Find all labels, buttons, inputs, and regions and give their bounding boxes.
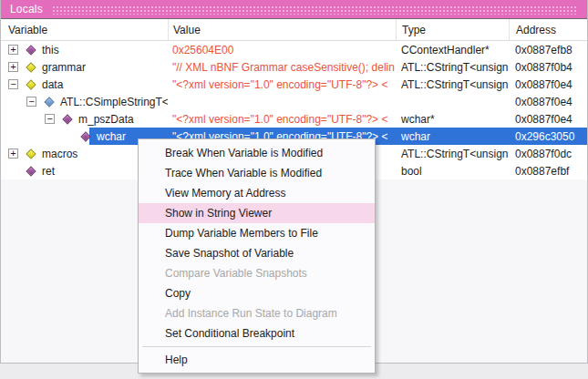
variable-name: data: [42, 78, 63, 91]
variable-address: 0x0887f0e4: [509, 76, 587, 93]
variable-diamond-icon: [26, 79, 36, 89]
column-header-address: Address: [509, 19, 587, 40]
expand-plus-icon[interactable]: +: [8, 149, 18, 159]
column-header-variable: Variable: [1, 19, 168, 40]
menu-item-show-in-string-viewer[interactable]: Show in String Viewer: [139, 203, 375, 223]
variable-name: m_pszData: [78, 113, 134, 126]
variable-address: 0x0887f0dc: [509, 145, 587, 162]
menu-separator: [142, 346, 371, 347]
collapse-minus-icon[interactable]: −: [45, 114, 55, 124]
locals-titlebar[interactable]: Locals: [1, 0, 587, 19]
variable-diamond-icon: [44, 97, 54, 107]
variable-address: 0x0887f0b4: [509, 58, 587, 76]
variable-name: wchar: [97, 130, 126, 143]
variable-name: macros: [42, 148, 77, 160]
variable-address: 0x0887f0e4: [509, 110, 587, 128]
menu-item-help[interactable]: Help: [139, 350, 375, 370]
collapse-minus-icon[interactable]: −: [8, 79, 18, 89]
context-menu: Break When Variable is ModifiedTrace Whe…: [138, 138, 376, 374]
variable-value: "<?xml version="1.0" encoding="UTF-8"?> …: [168, 76, 396, 93]
variable-name: this: [42, 44, 59, 56]
variable-diamond-icon: [26, 149, 36, 159]
menu-item-compare-variable-snapshots: Compare Variable Snapshots: [139, 263, 375, 283]
collapse-minus-icon[interactable]: −: [26, 97, 36, 107]
variable-type: ATL::CStringT<unsign: [396, 76, 509, 93]
variable-value: "<?xml version="1.0" encoding="UTF-8"?> …: [168, 110, 396, 128]
variable-value: [168, 93, 396, 110]
menu-item-trace-when-variable-is-modified[interactable]: Trace When Variable is Modified: [139, 163, 375, 183]
variable-cell: −ATL::CSimpleStringT<: [1, 93, 168, 110]
grid-header: Variable Value Type Address: [1, 19, 587, 41]
variable-diamond-icon: [26, 62, 36, 72]
expand-plus-icon[interactable]: +: [8, 62, 18, 72]
table-row[interactable]: −ATL::CSimpleStringT<0x0887f0e4: [1, 93, 587, 110]
panel-title: Locals: [10, 3, 43, 15]
variable-type: bool: [396, 162, 509, 179]
table-row[interactable]: +grammar"// XML nBNF Grammar caseSensiti…: [1, 58, 587, 76]
titlebar-dots-pattern: [52, 5, 578, 15]
variable-address: 0x0887efbf: [509, 162, 587, 179]
menu-item-break-when-variable-is-modified[interactable]: Break When Variable is Modified: [139, 143, 375, 163]
variable-type: wchar: [396, 128, 509, 145]
menu-item-copy[interactable]: Copy: [139, 283, 375, 303]
variable-name: grammar: [42, 61, 86, 74]
variable-type: ATL::CStringT<unsign: [396, 145, 509, 162]
ide-background: Locals Variable Value Type Address +this…: [0, 0, 588, 379]
expand-plus-icon[interactable]: +: [8, 45, 18, 55]
variable-address: 0x0887efb8: [509, 41, 587, 58]
variable-value: "// XML nBNF Grammar caseSensitive(); de…: [168, 58, 396, 76]
menu-item-set-conditional-breakpoint[interactable]: Set Conditional Breakpoint: [139, 323, 375, 343]
variable-type: ATL::CStringT<unsign: [396, 58, 509, 76]
variable-cell: −m_pszData: [1, 110, 168, 128]
variable-diamond-icon: [26, 166, 36, 176]
variable-name: ret: [42, 165, 55, 178]
variable-type: [396, 93, 509, 110]
column-header-type: Type: [396, 19, 509, 40]
table-row[interactable]: +this0x25604E00CContextHandler*0x0887efb…: [1, 41, 587, 58]
variable-address: 0x0887f0e4: [509, 93, 587, 110]
column-header-value: Value: [168, 19, 396, 40]
menu-item-save-snapshot-of-variable[interactable]: Save Snapshot of Variable: [139, 243, 375, 263]
menu-item-add-instance-run-state-to-diagram: Add Instance Run State to Diagram: [139, 303, 375, 323]
variable-address: 0x296c3050: [509, 128, 587, 145]
menu-item-view-memory-at-address[interactable]: View Memory at Address: [139, 183, 375, 203]
variable-name: ATL::CSimpleStringT<: [60, 96, 168, 108]
variable-cell: −data: [1, 76, 168, 93]
table-row[interactable]: −m_pszData"<?xml version="1.0" encoding=…: [1, 110, 587, 128]
variable-value: 0x25604E00: [168, 41, 396, 58]
variable-cell: +grammar: [1, 58, 168, 76]
menu-item-dump-variable-members-to-file[interactable]: Dump Variable Members to File: [139, 223, 375, 243]
table-row[interactable]: −data"<?xml version="1.0" encoding="UTF-…: [1, 76, 587, 93]
variable-type: wchar*: [396, 110, 509, 128]
variable-diamond-icon: [80, 131, 90, 141]
variable-type: CContextHandler*: [396, 41, 509, 58]
variable-diamond-icon: [26, 45, 36, 55]
variable-cell: +this: [1, 41, 168, 58]
variable-diamond-icon: [62, 114, 72, 124]
